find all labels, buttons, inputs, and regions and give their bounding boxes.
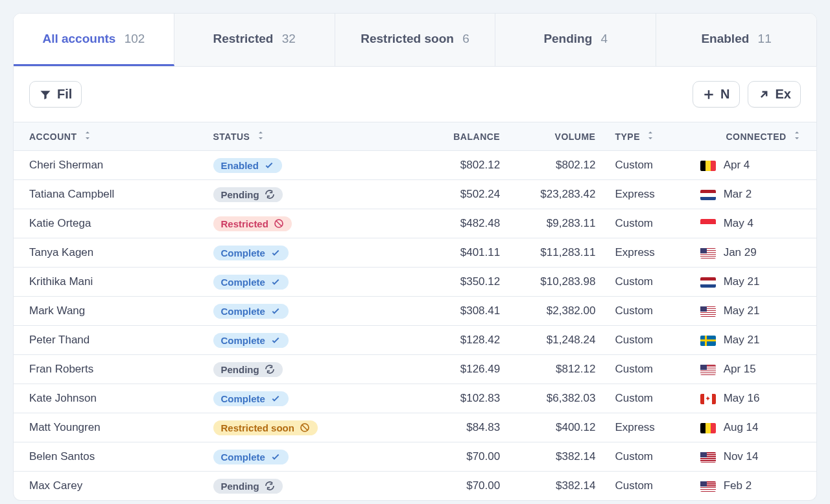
cell-volume: $2,382.00 [500, 304, 595, 317]
cell-volume: $6,382.03 [500, 392, 595, 405]
sort-icon [793, 131, 801, 140]
cell-status: Complete [213, 450, 375, 464]
plus-icon [702, 88, 715, 101]
status-label: Complete [221, 277, 265, 288]
column-header-volume[interactable]: VOLUME [500, 132, 595, 142]
column-header-balance[interactable]: BALANCE [374, 132, 500, 142]
cell-connected: May 4 [724, 217, 801, 230]
status-label: Complete [221, 335, 265, 346]
cell-status: Pending [213, 479, 375, 494]
tab-label: Enabled [701, 32, 749, 45]
tab-count: 11 [758, 32, 772, 45]
table-row[interactable]: Kate JohnsonComplete$102.83$6,382.03Cust… [14, 384, 816, 413]
flag-icon [700, 277, 716, 288]
cell-account: Tanya Kagen [29, 246, 213, 259]
tab-restricted[interactable]: Restricted 32 [174, 14, 335, 66]
cell-type: Custom [595, 159, 675, 172]
table-row[interactable]: Fran RobertsPending$126.49$812.12CustomA… [14, 354, 816, 384]
table-row[interactable]: Katie OrtegaRestricted$482.48$9,283.11Cu… [14, 209, 816, 238]
filter-label: Fil [57, 87, 72, 102]
check-icon [264, 160, 274, 170]
cell-volume: $812.12 [500, 363, 595, 376]
cell-status: Enabled [213, 158, 375, 173]
table-row[interactable]: Cheri ShermanEnabled$802.12$802.12Custom… [14, 150, 816, 179]
cell-flag [675, 304, 724, 317]
tabs: All accounts 102 Restricted 32 Restricte… [13, 13, 817, 67]
cell-balance: $350.12 [374, 275, 500, 288]
cell-type: Custom [595, 334, 675, 347]
table-row[interactable]: Max CareyPending$70.00$382.14CustomFeb 2 [14, 471, 816, 500]
tab-pending[interactable]: Pending 4 [495, 14, 656, 66]
table-row[interactable]: Tatiana CampbellPending$502.24$23,283.42… [14, 179, 816, 209]
cell-balance: $70.00 [374, 450, 500, 463]
table-row[interactable]: Matt YoungrenRestricted soon$84.83$400.1… [14, 413, 816, 442]
status-badge: Complete [213, 246, 289, 260]
cell-account: Cheri Sherman [29, 159, 213, 172]
tab-restricted-soon[interactable]: Restricted soon 6 [335, 14, 496, 66]
cell-connected: Jan 29 [724, 246, 801, 259]
table-row[interactable]: Tanya KagenComplete$401.11$11,283.11Expr… [14, 238, 816, 267]
status-label: Restricted [221, 218, 268, 229]
table-row[interactable]: Belen SantosComplete$70.00$382.14CustomN… [14, 442, 816, 471]
column-label: STATUS [213, 132, 250, 142]
status-badge: Complete [213, 275, 289, 290]
flag-icon [700, 219, 716, 229]
cell-flag [675, 188, 724, 201]
tab-count: 32 [282, 32, 296, 45]
check-icon [270, 393, 281, 404]
status-badge: Restricted soon [213, 420, 318, 435]
status-label: Enabled [221, 160, 259, 171]
status-badge: Pending [213, 362, 283, 377]
column-header-status[interactable]: STATUS [213, 131, 375, 142]
new-button[interactable]: N [693, 81, 739, 108]
status-label: Pending [221, 364, 259, 375]
status-label: Pending [221, 189, 259, 200]
cell-flag [675, 334, 724, 347]
block-icon [274, 218, 284, 229]
tab-count: 102 [124, 32, 145, 45]
table-row[interactable]: Mark WangComplete$308.41$2,382.00CustomM… [14, 296, 816, 325]
cell-status: Complete [213, 333, 375, 348]
status-badge: Pending [213, 479, 283, 494]
status-badge: Complete [213, 333, 289, 348]
cell-type: Custom [595, 217, 675, 230]
cell-connected: Aug 14 [724, 421, 801, 434]
cell-connected: May 16 [724, 392, 801, 405]
column-header-account[interactable]: ACCOUNT [29, 131, 213, 142]
cell-volume: $382.14 [500, 479, 595, 492]
cell-balance: $502.24 [374, 188, 500, 201]
cell-type: Express [595, 246, 675, 259]
export-button[interactable]: Ex [748, 81, 801, 108]
cell-volume: $400.12 [500, 421, 595, 434]
column-header-connected[interactable]: CONNECTED [724, 131, 801, 142]
filter-button[interactable]: Fil [29, 81, 82, 108]
cell-account: Kate Johnson [29, 392, 213, 405]
table-row[interactable]: Krithika ManiComplete$350.12$10,283.98Cu… [14, 267, 816, 296]
flag-icon [700, 248, 716, 258]
cell-status: Restricted [213, 216, 375, 231]
table-row[interactable]: Peter ThandComplete$128.42$1,248.24Custo… [14, 325, 816, 354]
tab-enabled[interactable]: Enabled 11 [656, 14, 816, 66]
cell-status: Pending [213, 187, 375, 202]
status-badge: Complete [213, 304, 289, 319]
cell-type: Express [595, 188, 675, 201]
table-header: ACCOUNT STATUS BALANCE VOLUME TYPE CONNE… [14, 122, 816, 150]
status-badge: Pending [213, 187, 283, 202]
status-badge: Restricted [213, 216, 292, 231]
cell-flag [675, 217, 724, 230]
cell-type: Express [595, 421, 675, 434]
cell-connected: Apr 15 [724, 363, 801, 376]
cell-status: Restricted soon [213, 420, 375, 435]
cell-flag [675, 275, 724, 288]
cell-volume: $802.12 [500, 159, 595, 172]
tab-all-accounts[interactable]: All accounts 102 [14, 14, 174, 66]
column-header-type[interactable]: TYPE [595, 131, 675, 142]
cell-balance: $84.83 [374, 421, 500, 434]
tab-count: 4 [601, 32, 608, 45]
cell-volume: $10,283.98 [500, 275, 595, 288]
cell-balance: $126.49 [374, 363, 500, 376]
toolbar-right: N Ex [693, 81, 801, 108]
new-label: N [720, 87, 729, 102]
column-label: TYPE [615, 132, 640, 142]
flag-icon [700, 336, 716, 346]
